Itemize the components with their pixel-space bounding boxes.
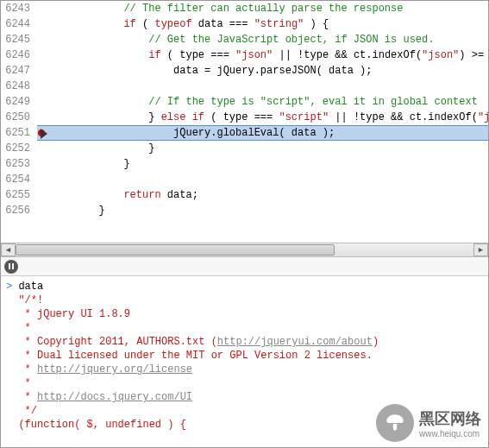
- link[interactable]: http://jquery.org/license: [37, 363, 192, 375]
- code-text: }: [49, 203, 488, 218]
- console-output-line: *: [6, 376, 483, 390]
- line-number[interactable]: 6251: [1, 125, 37, 141]
- code-text: if ( type === "json" || !type && ct.inde…: [49, 47, 488, 63]
- line-number[interactable]: 6244: [1, 16, 37, 32]
- breakpoint-gutter[interactable]: [37, 125, 49, 141]
- code-text: } else if ( type === "script" || !type &…: [49, 110, 488, 125]
- code-line[interactable]: 6253 }: [1, 156, 488, 172]
- line-number[interactable]: 6255: [1, 187, 37, 203]
- code-line[interactable]: 6247 data = jQuery.parseJSON( data );: [1, 63, 488, 79]
- code-line[interactable]: 6251 jQuery.globalEval( data );: [1, 125, 488, 141]
- code-text: }: [49, 156, 488, 172]
- console-output-line: * http://docs.jquery.com/UI: [6, 390, 483, 404]
- code-line[interactable]: 6250 } else if ( type === "script" || !t…: [1, 110, 488, 125]
- code-text: [49, 172, 488, 187]
- code-line[interactable]: 6243 // The filter can actually parse th…: [1, 1, 488, 16]
- line-number[interactable]: 6246: [1, 47, 37, 63]
- breakpoint-gutter[interactable]: [37, 187, 49, 203]
- horizontal-scrollbar[interactable]: ◀ ▶: [1, 243, 488, 257]
- scroll-left-button[interactable]: ◀: [1, 243, 16, 256]
- code-line[interactable]: 6248: [1, 79, 488, 94]
- breakpoint-gutter[interactable]: [37, 172, 49, 187]
- console-input-line[interactable]: > data: [6, 280, 483, 293]
- code-text: // Get the JavaScript object, if JSON is…: [49, 32, 488, 47]
- code-text: }: [49, 141, 488, 156]
- breakpoint-gutter[interactable]: [37, 141, 49, 156]
- line-number[interactable]: 6247: [1, 63, 37, 79]
- line-number[interactable]: 6253: [1, 156, 37, 172]
- watermark: 黑区网络 www.heiqu.com: [376, 404, 481, 442]
- line-number[interactable]: 6249: [1, 94, 37, 110]
- breakpoint-gutter[interactable]: [37, 156, 49, 172]
- code-line[interactable]: 6255 return data;: [1, 187, 488, 203]
- source-editor[interactable]: 6243 // The filter can actually parse th…: [1, 1, 488, 243]
- line-number[interactable]: 6245: [1, 32, 37, 47]
- console-output-line: *: [6, 321, 483, 335]
- mushroom-icon: [376, 404, 414, 442]
- console-output-line: * jQuery UI 1.8.9: [6, 307, 483, 321]
- breakpoint-gutter[interactable]: [37, 203, 49, 218]
- line-number[interactable]: 6250: [1, 110, 37, 125]
- link[interactable]: http://jqueryui.com/about: [217, 336, 373, 348]
- code-line[interactable]: 6249 // If the type is "script", eval it…: [1, 94, 488, 110]
- code-line[interactable]: 6252 }: [1, 141, 488, 156]
- breakpoint-gutter[interactable]: [37, 63, 49, 79]
- breakpoint-gutter[interactable]: [37, 79, 49, 94]
- console-output-line: * http://jquery.org/license: [6, 363, 483, 376]
- breakpoint-gutter[interactable]: [37, 94, 49, 110]
- code-line[interactable]: 6244 if ( typeof data === "string" ) {: [1, 16, 488, 32]
- code-text: data = jQuery.parseJSON( data );: [49, 63, 488, 79]
- watermark-url: www.heiqu.com: [419, 429, 481, 439]
- console-output-line: "/*!: [6, 293, 483, 307]
- scroll-right-button[interactable]: ▶: [473, 243, 488, 256]
- scrollbar-thumb[interactable]: [16, 244, 335, 256]
- code-text: if ( typeof data === "string" ) {: [49, 16, 488, 32]
- code-line[interactable]: 6245 // Get the JavaScript object, if JS…: [1, 32, 488, 47]
- code-line[interactable]: 6256 }: [1, 203, 488, 218]
- code-text: [49, 79, 488, 94]
- code-text: jQuery.globalEval( data );: [49, 125, 488, 141]
- breakpoint-gutter[interactable]: [37, 32, 49, 47]
- breakpoint-gutter[interactable]: [37, 16, 49, 32]
- code-text: // The filter can actually parse the res…: [49, 1, 488, 16]
- code-text: return data;: [49, 187, 488, 203]
- code-line[interactable]: 6254: [1, 172, 488, 187]
- scrollbar-track[interactable]: [16, 243, 473, 256]
- line-number[interactable]: 6248: [1, 79, 37, 94]
- breakpoint-gutter[interactable]: [37, 47, 49, 63]
- console-output-line: // prevent duplicate loading: [6, 445, 483, 447]
- code-text: // If the type is "script", eval it in g…: [49, 94, 488, 110]
- execution-arrow-icon: [41, 129, 47, 139]
- line-number[interactable]: 6256: [1, 203, 37, 218]
- breakpoint-gutter[interactable]: [37, 1, 49, 16]
- debugger-toolbar: [1, 257, 488, 276]
- watermark-title: 黑区网络: [419, 408, 481, 429]
- console-output-line: * Dual licensed under the MIT or GPL Ver…: [6, 349, 483, 363]
- breakpoint-gutter[interactable]: [37, 110, 49, 125]
- line-number[interactable]: 6254: [1, 172, 37, 187]
- line-number[interactable]: 6252: [1, 141, 37, 156]
- console-output-line: * Copyright 2011, AUTHORS.txt (http://jq…: [6, 335, 483, 349]
- line-number[interactable]: 6243: [1, 1, 37, 16]
- pause-icon[interactable]: [4, 260, 18, 274]
- code-line[interactable]: 6246 if ( type === "json" || !type && ct…: [1, 47, 488, 63]
- link[interactable]: http://docs.jquery.com/UI: [37, 391, 192, 403]
